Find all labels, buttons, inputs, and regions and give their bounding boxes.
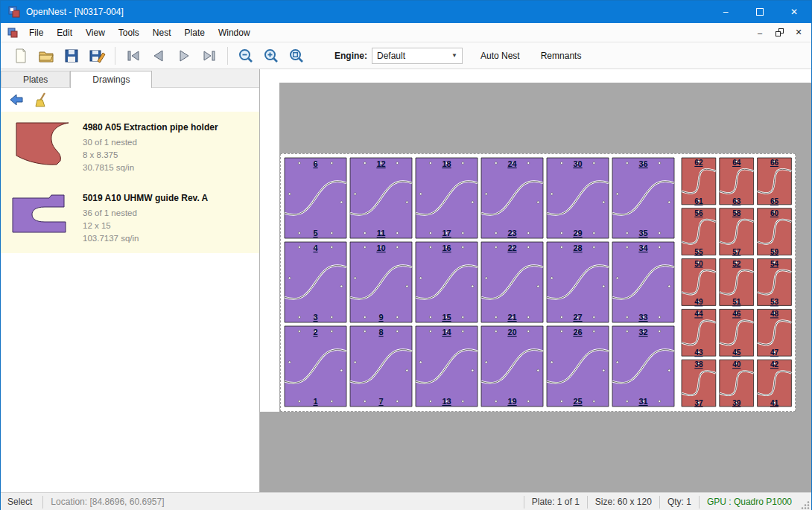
part-number[interactable]: 49 xyxy=(694,298,703,306)
part-number[interactable]: 30 xyxy=(573,159,582,168)
part-number[interactable]: 24 xyxy=(507,159,517,168)
part-number[interactable]: 13 xyxy=(442,397,451,406)
part-number[interactable]: 5 xyxy=(313,229,317,238)
part-number[interactable]: 60 xyxy=(770,209,779,217)
part-number[interactable]: 17 xyxy=(442,229,451,238)
menu-tools[interactable]: Tools xyxy=(112,23,146,42)
part-number[interactable]: 47 xyxy=(770,348,779,357)
clear-drawings-button[interactable] xyxy=(31,90,53,109)
part-number[interactable]: 6 xyxy=(313,159,317,168)
nav-last-button[interactable] xyxy=(197,45,222,67)
part-number[interactable]: 62 xyxy=(694,159,703,167)
nest-plate[interactable]: 6512111817242330293635431091615222128273… xyxy=(280,153,796,412)
part-number[interactable]: 2 xyxy=(313,328,317,337)
nav-previous-button[interactable] xyxy=(146,45,171,67)
part-number[interactable]: 8 xyxy=(378,328,383,337)
part-number[interactable]: 34 xyxy=(638,243,648,252)
part-number[interactable]: 53 xyxy=(770,298,779,306)
part-number[interactable]: 23 xyxy=(507,229,516,238)
remnants-button[interactable]: Remnants xyxy=(538,49,585,63)
part-number[interactable]: 20 xyxy=(507,328,516,337)
part-number[interactable]: 37 xyxy=(694,399,703,407)
part-number[interactable]: 10 xyxy=(376,243,385,252)
close-icon[interactable]: ✕ xyxy=(777,1,811,23)
part-number[interactable]: 12 xyxy=(376,159,385,168)
menu-view[interactable]: View xyxy=(79,23,112,42)
part-number[interactable]: 48 xyxy=(770,310,779,318)
part-number[interactable]: 55 xyxy=(694,248,703,256)
save-as-button[interactable] xyxy=(84,45,110,67)
part-number[interactable]: 4 xyxy=(313,243,318,252)
part-number[interactable]: 45 xyxy=(732,348,741,357)
part-number[interactable]: 44 xyxy=(694,310,703,318)
save-button[interactable] xyxy=(59,45,84,67)
part-number[interactable]: 31 xyxy=(638,397,647,406)
part-number[interactable]: 14 xyxy=(442,328,451,337)
part-number[interactable]: 40 xyxy=(732,360,741,369)
tab-drawings[interactable]: Drawings xyxy=(70,71,152,88)
mdi-minimize-icon[interactable]: – xyxy=(752,26,768,39)
engine-dropdown[interactable]: Default ▼ xyxy=(372,48,463,64)
part-number[interactable]: 3 xyxy=(313,313,317,322)
menu-plate[interactable]: Plate xyxy=(178,23,212,42)
new-file-button[interactable] xyxy=(8,45,34,67)
part-number[interactable]: 32 xyxy=(638,328,647,337)
part-number[interactable]: 59 xyxy=(770,248,779,256)
menu-edit[interactable]: Edit xyxy=(50,23,79,42)
nest-canvas[interactable]: 6512111817242330293635431091615222128273… xyxy=(260,69,811,492)
part-number[interactable]: 36 xyxy=(638,159,647,168)
part-number[interactable]: 38 xyxy=(694,360,703,369)
part-number[interactable]: 29 xyxy=(573,229,582,238)
part-number[interactable]: 27 xyxy=(573,313,582,322)
part-number[interactable]: 19 xyxy=(507,397,516,406)
part-number[interactable]: 58 xyxy=(732,209,741,217)
part-number[interactable]: 41 xyxy=(770,399,779,407)
open-file-button[interactable] xyxy=(34,45,59,67)
part-number[interactable]: 33 xyxy=(638,313,647,322)
zoom-out-button[interactable] xyxy=(233,45,258,67)
drawing-list-item[interactable]: 4980 A05 Extraction pipe holder 30 of 1 … xyxy=(1,112,259,182)
import-drawing-button[interactable] xyxy=(5,90,28,109)
part-number[interactable]: 11 xyxy=(377,229,386,238)
menu-nest[interactable]: Nest xyxy=(146,23,178,42)
part-number[interactable]: 56 xyxy=(694,209,703,217)
mdi-restore-icon[interactable] xyxy=(771,26,787,39)
part-number[interactable]: 15 xyxy=(442,313,451,322)
part-number[interactable]: 25 xyxy=(573,397,582,406)
part-number[interactable]: 46 xyxy=(732,310,741,318)
menu-window[interactable]: Window xyxy=(212,23,257,42)
part-number[interactable]: 63 xyxy=(732,197,741,205)
part-number[interactable]: 42 xyxy=(770,360,779,369)
part-number[interactable]: 52 xyxy=(732,260,741,268)
part-number[interactable]: 16 xyxy=(442,243,451,252)
auto-nest-button[interactable]: Auto Nest xyxy=(478,49,523,63)
part-number[interactable]: 21 xyxy=(507,313,516,322)
mdi-close-icon[interactable]: ✕ xyxy=(790,26,807,39)
menu-file[interactable]: File xyxy=(22,23,50,42)
minimize-icon[interactable]: – xyxy=(708,1,743,23)
part-number[interactable]: 61 xyxy=(694,197,703,205)
drawing-list-item[interactable]: 5019 A10 UHMW guide Rev. A 36 of 1 neste… xyxy=(1,182,259,253)
part-number[interactable]: 7 xyxy=(378,397,383,406)
part-number[interactable]: 28 xyxy=(573,243,582,252)
nav-next-button[interactable] xyxy=(171,45,197,67)
part-number[interactable]: 39 xyxy=(732,399,741,407)
zoom-in-button[interactable] xyxy=(258,45,284,67)
zoom-fit-button[interactable] xyxy=(284,45,309,67)
part-number[interactable]: 65 xyxy=(770,197,779,205)
part-number[interactable]: 26 xyxy=(573,328,582,337)
part-number[interactable]: 50 xyxy=(694,260,703,268)
part-number[interactable]: 51 xyxy=(732,298,741,306)
part-number[interactable]: 57 xyxy=(732,248,741,256)
maximize-icon[interactable] xyxy=(743,1,777,23)
nav-first-button[interactable] xyxy=(121,45,146,67)
part-number[interactable]: 66 xyxy=(770,159,779,167)
part-number[interactable]: 9 xyxy=(378,313,383,322)
part-number[interactable]: 64 xyxy=(732,159,741,167)
part-number[interactable]: 22 xyxy=(507,243,516,252)
part-number[interactable]: 54 xyxy=(770,260,779,268)
part-number[interactable]: 18 xyxy=(442,159,451,168)
resize-grip-icon[interactable] xyxy=(799,493,811,510)
part-number[interactable]: 35 xyxy=(638,229,647,238)
part-number[interactable]: 1 xyxy=(313,397,317,406)
